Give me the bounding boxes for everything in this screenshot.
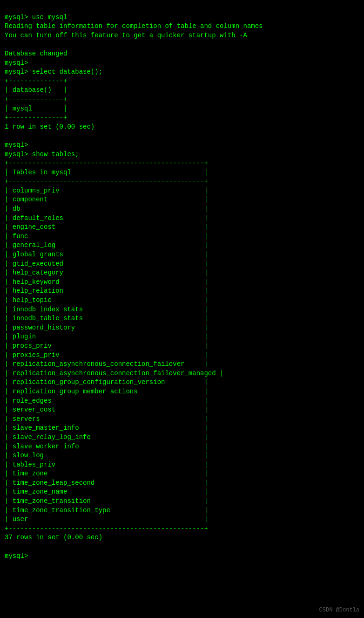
watermark: CSDN @Dontla: [319, 606, 359, 614]
terminal-output: mysql> use mysql Reading table informati…: [5, 4, 359, 561]
line-use-mysql: mysql> use mysql Reading table informati…: [5, 14, 263, 560]
